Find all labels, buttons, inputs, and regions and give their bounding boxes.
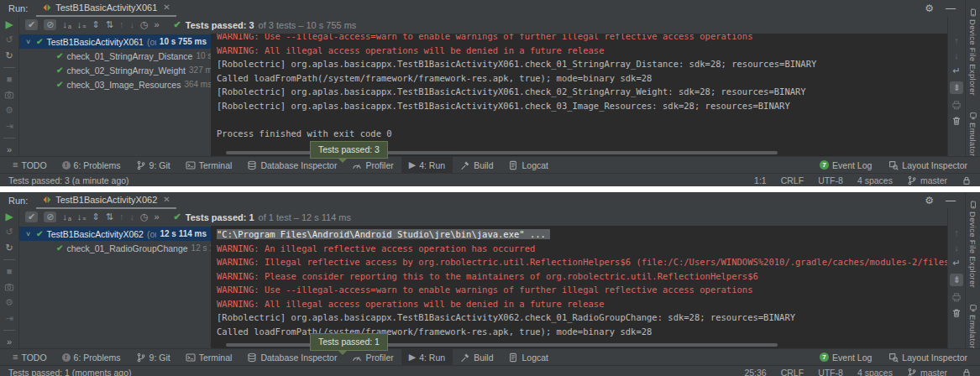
tree-row-test[interactable]: ✔ check_03_Image_Resources 364 ms — [19, 77, 211, 91]
run-settings-icon[interactable]: ⚙ — [5, 297, 13, 308]
show-ignored-toggle[interactable]: ⊘ — [44, 19, 56, 30]
scroll-up-button[interactable]: ↑ — [954, 36, 959, 45]
scroll-up-button[interactable]: ↑ — [954, 228, 959, 238]
caret-position[interactable]: 1:1 — [754, 175, 767, 185]
hide-window-icon[interactable]: — — [940, 3, 962, 14]
close-tab-icon[interactable]: ✕ — [163, 3, 170, 12]
more-options-button[interactable]: » — [7, 144, 12, 155]
print-icon[interactable] — [951, 100, 962, 110]
emulator-tab[interactable]: Emulator — [968, 112, 977, 156]
print-icon[interactable] — [951, 292, 962, 302]
show-passed-toggle[interactable]: ✔ — [25, 19, 38, 30]
test-history-button[interactable]: ◷ — [140, 20, 149, 29]
close-tab-icon[interactable]: ✕ — [163, 195, 170, 204]
pin-tab-icon[interactable]: ⇥ — [5, 121, 13, 132]
rerun-failed-tests-button[interactable]: ↺ — [5, 34, 13, 45]
refresh-run-button[interactable]: ↻ — [5, 243, 13, 253]
profiler-button[interactable]: Profiler — [344, 349, 401, 365]
sort-by-duration-button[interactable]: ↓≡ — [77, 212, 86, 222]
sort-alphabetically-button[interactable]: ↓a — [62, 20, 71, 29]
gear-icon[interactable]: ⚙ — [919, 3, 940, 14]
test-console[interactable]: WARNING: Use --illegal-access=warn to en… — [211, 34, 947, 156]
terminal-button[interactable]: Terminal — [178, 157, 240, 173]
next-failed-test-button[interactable]: ↓ — [129, 20, 134, 29]
tree-row-root[interactable]: ˅ ✔ TestB1BasicActivityX061 (org.aplas.t… — [19, 34, 211, 49]
build-button[interactable]: Build — [453, 157, 500, 173]
lock-icon[interactable] — [962, 368, 972, 376]
profiler-button[interactable]: Profiler — [344, 157, 401, 173]
run-configuration-tab[interactable]: TestB1BasicActivityX061 ✕ — [36, 0, 176, 17]
device-file-explorer-tab[interactable]: Device File Explorer — [968, 201, 977, 288]
device-file-explorer-tab[interactable]: Device File Explorer — [968, 8, 977, 96]
pin-tab-icon[interactable]: ⇥ — [5, 313, 13, 324]
git-branch-indicator[interactable]: master — [907, 175, 947, 185]
database-inspector-button[interactable]: Database Inspector — [239, 349, 344, 365]
logcat-button[interactable]: Logcat — [500, 349, 556, 365]
scroll-down-button[interactable]: ↓ — [954, 51, 959, 60]
expand-all-button[interactable]: ⇕ — [92, 212, 99, 222]
line-separator-indicator[interactable]: CRLF — [781, 175, 804, 185]
more-options-button[interactable]: » — [7, 337, 12, 347]
screen-capture-icon[interactable] — [4, 282, 14, 292]
collapse-all-button[interactable]: ⇅ — [106, 212, 113, 222]
run-button[interactable]: ▶4: Run — [401, 157, 453, 173]
git-button[interactable]: 9: Git — [128, 157, 178, 173]
line-separator-indicator[interactable]: CRLF — [781, 368, 804, 376]
scroll-down-button[interactable]: ↓ — [954, 243, 959, 253]
emulator-tab[interactable]: Emulator — [968, 304, 977, 348]
run-button[interactable]: ▶4: Run — [401, 349, 453, 365]
refresh-run-button[interactable]: ↻ — [5, 50, 13, 61]
horizontal-scrollbar[interactable] — [226, 151, 778, 154]
todo-button[interactable]: ≡TODO — [5, 157, 55, 173]
chevron-down-icon[interactable]: ˅ — [26, 230, 33, 238]
next-failed-test-button[interactable]: ↓ — [129, 212, 134, 222]
show-ignored-toggle[interactable]: ⊘ — [44, 212, 56, 222]
encoding-indicator[interactable]: UTF-8 — [818, 368, 843, 376]
test-history-button[interactable]: ◷ — [140, 212, 149, 222]
soft-wrap-toggle[interactable]: ↵ — [952, 258, 960, 268]
soft-wrap-toggle[interactable]: ↵ — [952, 66, 960, 76]
layout-inspector-button[interactable]: Layout Inspector — [881, 352, 975, 363]
indent-indicator[interactable]: 4 spaces — [857, 368, 893, 376]
indent-indicator[interactable]: 4 spaces — [857, 175, 893, 185]
collapse-all-button[interactable]: ⇅ — [106, 20, 113, 29]
sort-by-duration-button[interactable]: ↓≡ — [77, 20, 86, 29]
hide-window-icon[interactable]: — — [940, 195, 962, 206]
problems-button[interactable]: !6: Problems — [55, 349, 128, 365]
more-toolbar-button[interactable]: » — [154, 212, 159, 222]
screen-capture-icon[interactable] — [4, 90, 14, 100]
clear-console-icon[interactable] — [951, 116, 962, 126]
chevron-down-icon[interactable]: ˅ — [26, 38, 33, 46]
stop-button[interactable]: ■ — [7, 266, 13, 277]
event-log-button[interactable]: 7Event Log — [812, 352, 879, 363]
previous-failed-test-button[interactable]: ↑ — [119, 20, 124, 29]
git-branch-indicator[interactable]: master — [907, 368, 947, 376]
event-log-button[interactable]: 7Event Log — [812, 160, 879, 170]
encoding-indicator[interactable]: UTF-8 — [818, 175, 843, 185]
lock-icon[interactable] — [962, 175, 972, 185]
expand-all-button[interactable]: ⇕ — [92, 20, 99, 29]
sort-alphabetically-button[interactable]: ↓a — [62, 212, 71, 222]
more-toolbar-button[interactable]: » — [154, 20, 159, 29]
test-console[interactable]: "C:\Program Files\Android\Android Studio… — [211, 226, 947, 348]
stop-button[interactable]: ■ — [7, 74, 13, 85]
clear-console-icon[interactable] — [951, 308, 962, 318]
logcat-button[interactable]: Logcat — [500, 157, 556, 173]
gear-icon[interactable]: ⚙ — [919, 195, 940, 206]
scroll-to-end-toggle[interactable]: ⇟ — [950, 274, 963, 286]
todo-button[interactable]: ≡TODO — [5, 349, 55, 365]
run-settings-icon[interactable]: ⚙ — [5, 105, 13, 116]
tree-row-test[interactable]: ✔ check_02_StringArray_Weight 327 ms — [19, 63, 211, 77]
tree-row-test[interactable]: ✔ check_01_StringArray_Distance 10 s 64 … — [19, 49, 211, 63]
git-button[interactable]: 9: Git — [128, 349, 178, 365]
build-button[interactable]: Build — [453, 349, 500, 365]
layout-inspector-button[interactable]: Layout Inspector — [881, 160, 975, 170]
run-configuration-tab[interactable]: TestB1BasicActivityX062 ✕ — [36, 192, 176, 209]
previous-failed-test-button[interactable]: ↑ — [119, 212, 124, 222]
database-inspector-button[interactable]: Database Inspector — [239, 157, 344, 173]
terminal-button[interactable]: Terminal — [178, 349, 240, 365]
tree-row-test[interactable]: ✔ check_01_RadioGroupChange 12 s 114 ms — [19, 241, 211, 255]
scroll-to-end-toggle[interactable]: ⇟ — [950, 81, 963, 94]
rerun-tests-button[interactable]: ▶ — [5, 18, 13, 29]
horizontal-scrollbar[interactable] — [226, 343, 778, 347]
